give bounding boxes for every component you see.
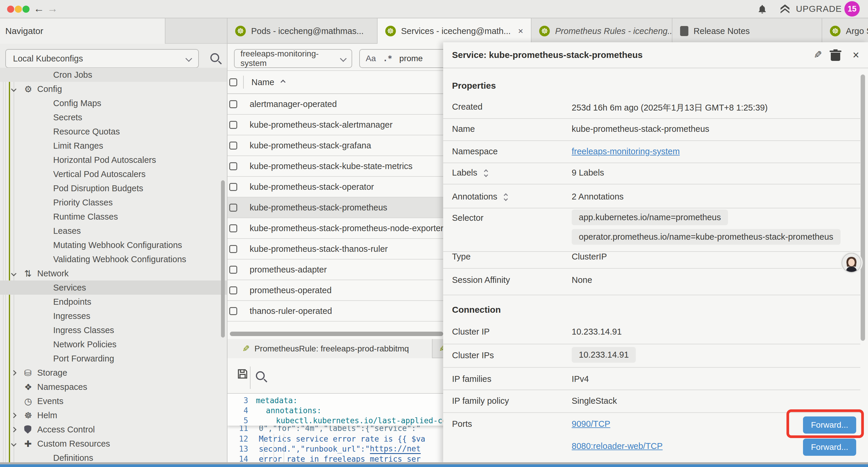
table-row[interactable]: kube-prometheus-stack-thanos-ruler — [227, 239, 446, 260]
kubeconfig-select[interactable]: Local Kubeconfigs — [5, 49, 199, 68]
yaml-editor[interactable]: 3metadata: 4annotations: 5kubectl.kubern… — [227, 393, 446, 465]
sidebar-item[interactable]: Priority Classes — [0, 195, 227, 209]
tab-close-icon[interactable]: × — [518, 26, 524, 36]
window-zoom-button[interactable] — [23, 6, 30, 13]
sidebar-item[interactable]: Pod Disruption Budgets — [0, 181, 227, 195]
sidebar-item[interactable]: Port Forwarding — [0, 351, 227, 366]
expand-collapse-icon[interactable] — [504, 194, 507, 200]
row-checkbox[interactable] — [229, 162, 237, 170]
services-table-header[interactable]: Name — [227, 71, 446, 94]
back-icon[interactable]: ← — [34, 2, 44, 15]
row-checkbox[interactable] — [229, 266, 237, 274]
sidebar-item[interactable]: Horizontal Pod Autoscalers — [0, 153, 227, 167]
sidebar-item[interactable]: Ingresses — [0, 309, 227, 323]
sidebar-item[interactable]: Helm — [0, 408, 227, 422]
table-row[interactable]: kube-prometheus-stack-operator — [227, 177, 446, 198]
edit-pencil-icon[interactable]: ✎ — [814, 49, 822, 61]
row-checkbox[interactable] — [229, 100, 237, 108]
tree-chevron-icon[interactable] — [12, 413, 24, 417]
tree-chevron-icon[interactable] — [12, 87, 24, 91]
row-checkbox[interactable] — [229, 121, 237, 129]
port-link-9090[interactable]: 9090/TCP — [572, 419, 610, 429]
sidebar-item[interactable]: Runtime Classes — [0, 209, 227, 224]
tab-label: Pods - icecheng@mathmas... — [251, 26, 364, 36]
notifications-bell-icon[interactable] — [757, 4, 768, 16]
tree-chevron-icon[interactable] — [12, 371, 24, 375]
window-close-button[interactable] — [7, 6, 14, 13]
close-icon[interactable]: × — [852, 49, 859, 61]
namespace-link[interactable]: freeleaps-monitoring-system — [572, 147, 680, 156]
table-row[interactable]: prometheus-operated — [227, 280, 446, 301]
table-row[interactable]: kube-prometheus-stack-alertmanager — [227, 115, 446, 135]
sidebar-item[interactable]: Cron Jobs — [0, 68, 227, 82]
sidebar-item[interactable]: Events — [0, 394, 227, 408]
tree-chevron-icon[interactable] — [12, 442, 24, 446]
tree-chevron-icon[interactable] — [12, 428, 24, 432]
forward-button-8080[interactable]: Forward... — [803, 439, 856, 456]
sidebar-item[interactable]: Validating Webhook Configurations — [0, 252, 227, 266]
sidebar-item[interactable]: Config — [0, 82, 227, 96]
namespace-select[interactable]: freeleaps-monitoring-system — [234, 49, 352, 68]
tab[interactable]: Release Notes — [673, 18, 823, 44]
row-checkbox[interactable] — [229, 142, 237, 150]
sidebar-item[interactable]: Leases — [0, 224, 227, 238]
tab[interactable]: Pods - icecheng@mathmas... — [227, 18, 378, 44]
sidebar-item[interactable]: Services — [0, 281, 227, 295]
sidebar-item[interactable]: Storage — [0, 366, 227, 380]
notification-count-badge[interactable]: 15 — [844, 1, 860, 17]
row-checkbox[interactable] — [229, 245, 237, 253]
row-checkbox[interactable] — [229, 286, 237, 294]
table-row[interactable]: kube-prometheus-stack-prometheus — [227, 198, 446, 218]
row-checkbox[interactable] — [229, 307, 237, 315]
sidebar-item[interactable]: Custom Resources — [0, 437, 227, 451]
window-minimize-button[interactable] — [15, 6, 22, 13]
regex-toggle[interactable]: .* — [383, 54, 392, 63]
table-horizontal-scrollbar[interactable] — [230, 332, 443, 336]
expand-collapse-icon[interactable] — [485, 170, 488, 176]
sidebar-item[interactable]: Vertical Pod Autoscalers — [0, 167, 227, 181]
sidebar-item-label: Network Policies — [53, 340, 116, 349]
avatar[interactable] — [841, 253, 862, 273]
sidebar-item[interactable]: Limit Ranges — [0, 139, 227, 153]
sort-ascending-icon[interactable] — [281, 80, 286, 85]
sidebar-item[interactable]: Network Policies — [0, 337, 227, 351]
sidebar-item[interactable]: Namespaces — [0, 380, 227, 394]
port-link-8080[interactable]: 8080:reloader-web/TCP — [572, 441, 663, 451]
table-row[interactable]: thanos-ruler-operated — [227, 301, 446, 322]
tab[interactable]: Prometheus Rules - icecheng... — [531, 18, 673, 44]
runbook-url-link[interactable]: https://net — [370, 444, 421, 454]
search-icon[interactable] — [210, 53, 219, 62]
select-all-checkbox[interactable] — [229, 78, 237, 86]
sidebar-item[interactable]: Endpoints — [0, 295, 227, 309]
table-row[interactable]: kube-prometheus-stack-kube-state-metrics — [227, 156, 446, 177]
upgrade-button[interactable]: UPGRADE — [779, 3, 842, 15]
tree-chevron-icon[interactable] — [12, 272, 24, 275]
sidebar-item[interactable]: Mutating Webhook Configurations — [0, 238, 227, 252]
type-label: Type — [452, 252, 471, 262]
table-row[interactable]: prometheus-adapter — [227, 260, 446, 280]
row-checkbox[interactable] — [229, 224, 237, 232]
sidebar-item[interactable]: Resource Quotas — [0, 124, 227, 139]
search-icon[interactable] — [256, 371, 265, 380]
row-checkbox[interactable] — [229, 204, 237, 212]
tab-prometheusrule[interactable]: ✎ PrometheusRule: freeleaps-prod-rabbitm… — [227, 339, 433, 358]
tab[interactable]: Services - icecheng@math... × — [378, 18, 532, 44]
tab-navigator[interactable]: Navigator — [0, 18, 165, 44]
table-row[interactable]: kube-prometheus-stack-grafana — [227, 135, 446, 156]
row-checkbox[interactable] — [229, 183, 237, 191]
forward-icon[interactable]: → — [47, 2, 58, 15]
detail-scrollbar[interactable] — [861, 75, 865, 341]
sidebar-scrollbar[interactable] — [221, 180, 225, 338]
sidebar-item[interactable]: Network — [0, 266, 227, 281]
name-column-header[interactable]: Name — [251, 78, 274, 87]
delete-trash-icon[interactable] — [831, 49, 840, 61]
tab[interactable]: Argo Se — [822, 18, 868, 44]
match-case-toggle[interactable]: Aa — [366, 54, 376, 63]
save-icon[interactable] — [236, 368, 249, 381]
sidebar-item[interactable]: Ingress Classes — [0, 323, 227, 337]
table-row[interactable]: alertmanager-operated — [227, 94, 446, 115]
sidebar-item[interactable]: Config Maps — [0, 96, 227, 110]
sidebar-item[interactable]: Access Control — [0, 422, 227, 437]
sidebar-item[interactable]: Secrets — [0, 110, 227, 124]
table-row[interactable]: kube-prometheus-stack-prometheus-node-ex… — [227, 218, 446, 239]
